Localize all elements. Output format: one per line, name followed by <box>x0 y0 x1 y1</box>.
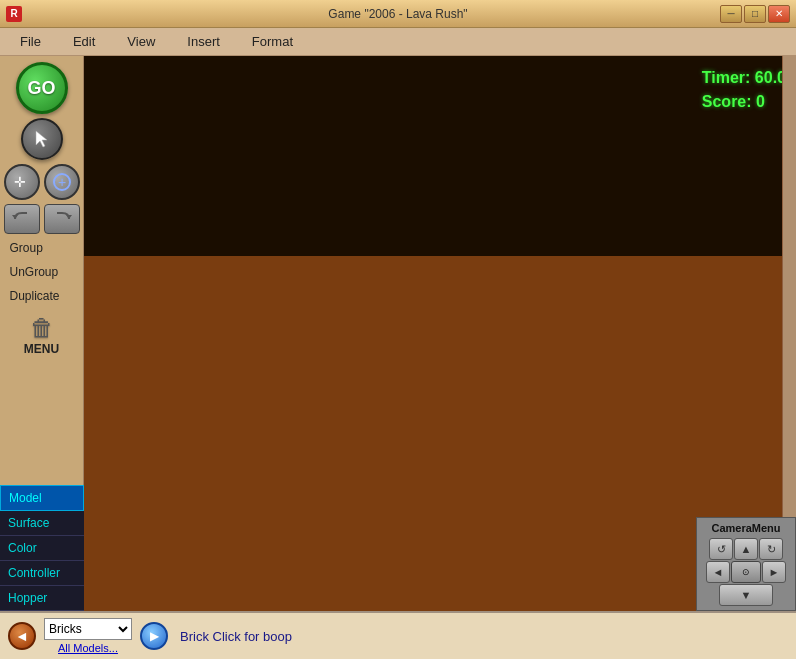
cam-rotate-left[interactable]: ↺ <box>709 538 733 560</box>
canvas-lava-area <box>84 256 796 611</box>
redo-button[interactable] <box>44 204 80 234</box>
cam-row-bot: ▼ <box>719 584 773 606</box>
camera-menu: CameraMenu ↺ ▲ ↻ ◄ ⊙ ► ▼ <box>696 517 796 611</box>
camera-controls: ↺ ▲ ↻ ◄ ⊙ ► ▼ <box>706 538 786 606</box>
title-text: Game "2006 - Lava Rush" <box>328 7 467 21</box>
canvas-dark-area <box>84 56 796 256</box>
svg-marker-0 <box>36 131 47 147</box>
all-models-link[interactable]: All Models... <box>58 642 118 654</box>
tool-row: ✛ + <box>4 164 80 200</box>
tab-controller[interactable]: Controller <box>0 561 84 586</box>
hud: Timer: 60.0 Score: 0 <box>702 66 786 114</box>
cam-center[interactable]: ⊙ <box>731 561 761 583</box>
title-bar: R Game "2006 - Lava Rush" ─ □ ✕ <box>0 0 796 28</box>
move-tool-button[interactable]: ✛ <box>4 164 40 200</box>
trash-icon: 🗑 <box>30 314 54 342</box>
cam-up[interactable]: ▲ <box>734 538 758 560</box>
svg-marker-5 <box>66 215 72 219</box>
title-buttons: ─ □ ✕ <box>720 5 790 23</box>
bricks-select[interactable]: Bricks All Models <box>44 618 132 640</box>
tab-color[interactable]: Color <box>0 536 84 561</box>
menu-view[interactable]: View <box>111 30 171 53</box>
cam-left[interactable]: ◄ <box>706 561 730 583</box>
svg-text:✛: ✛ <box>14 174 26 190</box>
ungroup-button[interactable]: UnGroup <box>4 262 80 282</box>
score-display: Score: 0 <box>702 90 786 114</box>
svg-marker-4 <box>12 215 18 219</box>
close-button[interactable]: ✕ <box>768 5 790 23</box>
group-button[interactable]: Group <box>4 238 80 258</box>
menu-edit[interactable]: Edit <box>57 30 111 53</box>
brick-info: Brick Click for boop <box>180 629 292 644</box>
menu-format[interactable]: Format <box>236 30 309 53</box>
menu-label: MENU <box>24 342 59 356</box>
maximize-button[interactable]: □ <box>744 5 766 23</box>
left-panel-tabs: Model Surface Color Controller Hopper <box>0 485 84 611</box>
tool-row-2 <box>4 204 80 234</box>
camera-menu-label: CameraMenu <box>711 522 780 534</box>
svg-text:+: + <box>58 174 66 190</box>
game-canvas: Timer: 60.0 Score: 0 <box>84 56 796 611</box>
play-button[interactable]: ▶ <box>140 622 168 650</box>
cam-right[interactable]: ► <box>762 561 786 583</box>
undo-button[interactable] <box>4 204 40 234</box>
trash-area[interactable]: 🗑 MENU <box>24 314 59 356</box>
cam-down[interactable]: ▼ <box>719 584 773 606</box>
cam-rotate-right[interactable]: ↻ <box>759 538 783 560</box>
menu-file[interactable]: File <box>4 30 57 53</box>
minimize-button[interactable]: ─ <box>720 5 742 23</box>
tab-surface[interactable]: Surface <box>0 511 84 536</box>
go-button[interactable]: GO <box>16 62 68 114</box>
app-icon: R <box>6 6 22 22</box>
timer-display: Timer: 60.0 <box>702 66 786 90</box>
menu-insert[interactable]: Insert <box>171 30 236 53</box>
main-layout: GO ✛ + <box>0 56 796 611</box>
prev-button[interactable]: ◄ <box>8 622 36 650</box>
menu-bar: File Edit View Insert Format <box>0 28 796 56</box>
cam-row-mid: ◄ ⊙ ► <box>706 561 786 583</box>
select-tool-button[interactable] <box>21 118 63 160</box>
cam-row-top: ↺ ▲ ↻ <box>709 538 783 560</box>
bricks-select-wrap: Bricks All Models All Models... <box>44 618 132 654</box>
tab-hopper[interactable]: Hopper <box>0 586 84 611</box>
duplicate-button[interactable]: Duplicate <box>4 286 80 306</box>
tab-model[interactable]: Model <box>0 485 84 511</box>
bottom-panel: ◄ Bricks All Models All Models... ▶ Bric… <box>0 611 796 659</box>
add-tool-button[interactable]: + <box>44 164 80 200</box>
